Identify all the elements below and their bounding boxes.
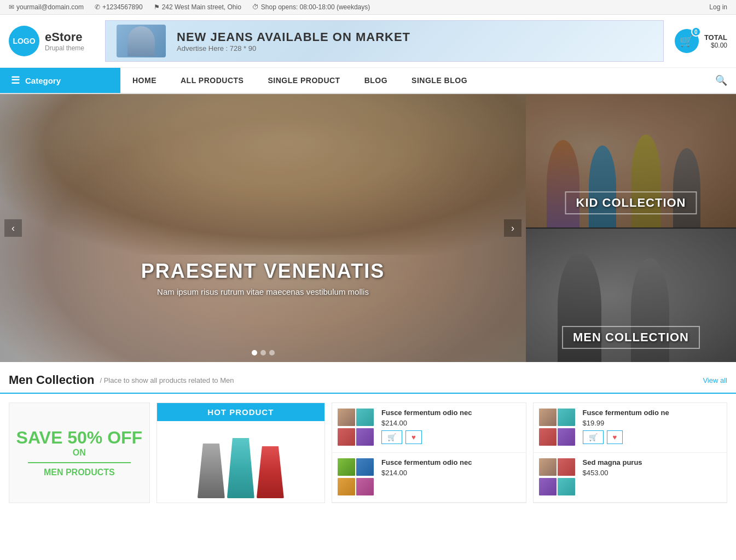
nav-category[interactable]: ☰ Category [0,68,120,93]
save-products-text: MEN PRODUCTS [44,468,115,477]
product-actions-3: 🛒 ♥ [583,430,721,444]
hero-text: PRAESENT VENENATIS Nam ipsum risus rutru… [141,260,385,296]
hero-title: PRAESENT VENENATIS [141,260,385,283]
product-name-4: Sed magna purus [583,458,721,466]
nav-single-product[interactable]: SINGLE PRODUCT [256,68,352,92]
cart-total-label: TOTAL [704,33,727,42]
product-thumb-2 [338,458,376,497]
phone-icon: ✆ [95,3,100,11]
cart-total-amount: $0.00 [704,42,727,49]
product-name-1: Fusce fermentum odio nec [381,409,520,417]
hero-dot-1[interactable] [252,350,257,355]
thumb-mini-1b [356,409,374,426]
logo-text: LOGO [13,37,35,45]
hero-next-button[interactable]: › [504,219,521,237]
thumb-mini-2d [356,478,374,495]
hero-dots [252,350,275,355]
thumb-mini-2a [338,458,355,476]
banner-sub-text: Advertise Here : 728 * 90 [177,44,410,52]
add-to-wish-3[interactable]: ♥ [607,430,623,444]
thumb-mini-2b [356,458,374,476]
hero-kid-collection[interactable]: KID COLLECTION [526,94,736,228]
section-header: Men Collection / Place to show all produ… [0,362,736,394]
hero-subtitle: Nam ipsum risus rutrum vitae maecenas ve… [141,287,385,296]
add-to-cart-1[interactable]: 🛒 [381,430,402,444]
hero-men-collection[interactable]: MEN COLLECTION [526,229,736,362]
dress-red [257,446,284,498]
add-to-wish-1[interactable]: ♥ [405,430,422,444]
hot-product-header: HOT PRODUCT [157,403,324,421]
hours-text: Shop opens: 08:00-18:00 (weekdays) [261,3,370,11]
logo[interactable]: LOGO [9,26,39,56]
nav-search[interactable]: 🔍 [706,69,736,92]
product-name-2: Fusce fermentum odio nec [381,458,520,466]
login-link[interactable]: Log in [709,3,727,11]
email-icon: ✉ [9,3,14,11]
hero-prev-button[interactable]: ‹ [4,219,22,237]
section-title-area: Men Collection / Place to show all produ… [9,373,234,387]
product-item-4: Sed magna purus $453.00 [534,453,727,503]
thumb-mini-4a [539,458,557,476]
product-info-4: Sed magna purus $453.00 [583,458,721,480]
products-row: SAVE 50% OFF ON MEN PRODUCTS HOT PRODUCT [0,402,736,512]
cart-icon-wrap[interactable]: 🛒 0 [675,29,699,53]
hero-dot-2[interactable] [260,350,266,355]
hot-product-card: HOT PRODUCT [157,402,325,503]
thumb-mini-3b [558,409,575,426]
product-name-3: Fusce fermentum odio ne [583,409,721,417]
nav-all-products[interactable]: ALL PRODUCTS [169,68,256,92]
save-on-text: ON [73,448,86,458]
menu-icon: ☰ [11,74,20,86]
phone-text: +1234567890 [102,3,143,11]
save-divider [28,462,131,463]
men-collection-section: Men Collection / Place to show all produ… [0,362,736,512]
nav-links: HOME ALL PRODUCTS SINGLE PRODUCT BLOG SI… [120,68,706,92]
category-label: Category [25,76,61,85]
thumb-mini-4c [539,478,557,495]
hero-dot-3[interactable] [269,350,275,355]
product-info-3: Fusce fermentum odio ne $19.99 🛒 ♥ [583,409,721,444]
cart-icon: 🛒 [680,34,693,48]
product-price-4: $453.00 [583,469,721,477]
nav: ☰ Category HOME ALL PRODUCTS SINGLE PROD… [0,68,736,94]
top-bar-right[interactable]: Log in [709,3,727,11]
thumb-mini-2c [338,478,355,495]
thumb-mini-3a [539,409,557,426]
product-item-2: Fusce fermentum odio nec $214.00 [332,453,525,503]
top-bar-address: ⚑ 242 West Main street, Ohio [154,3,241,11]
product-list-1: Fusce fermentum odio nec $214.00 🛒 ♥ Fu [332,402,526,503]
thumb-mini-3c [539,428,557,446]
search-button[interactable]: 🔍 [715,74,727,86]
location-icon: ⚑ [154,3,160,11]
add-to-cart-3[interactable]: 🛒 [583,430,604,444]
product-price-2: $214.00 [381,469,520,477]
cart-area[interactable]: 🛒 0 TOTAL $0.00 [673,29,727,53]
top-bar-email: ✉ yourmail@domain.com [9,3,84,11]
product-item-3: Fusce fermentum odio ne $19.99 🛒 ♥ [534,403,727,453]
banner[interactable]: NEW JEANS AVAILABLE ON MARKET Advertise … [105,20,664,62]
cart-total-area: TOTAL $0.00 [704,33,727,49]
section-title: Men Collection [9,373,94,387]
store-info: eStore Drupal theme [45,30,84,52]
hero-section: PRAESENT VENENATIS Nam ipsum risus rutru… [0,94,736,362]
search-icon: 🔍 [715,75,727,86]
thumb-mini-1a [338,409,355,426]
product-info-1: Fusce fermentum odio nec $214.00 🛒 ♥ [381,409,520,444]
nav-single-blog[interactable]: SINGLE BLOG [399,68,479,92]
save-text: SAVE 50% OFF [16,428,143,447]
logo-area: LOGO eStore Drupal theme [9,26,96,56]
nav-blog[interactable]: BLOG [352,68,399,92]
dress-gray [198,444,225,498]
product-thumb-1 [338,409,376,447]
hero-main: PRAESENT VENENATIS Nam ipsum risus rutru… [0,94,526,362]
dress-teal [227,438,254,498]
nav-home[interactable]: HOME [120,68,169,92]
store-sub: Drupal theme [45,44,84,52]
view-all-link[interactable]: View all [703,376,727,384]
address-text: 242 West Main street, Ohio [162,3,241,11]
section-subtitle: / Place to show all products related to … [100,376,234,384]
product-info-2: Fusce fermentum odio nec $214.00 [381,458,520,480]
product-item-1: Fusce fermentum odio nec $214.00 🛒 ♥ [332,403,525,453]
save-card: SAVE 50% OFF ON MEN PRODUCTS [9,402,150,503]
banner-main-text: NEW JEANS AVAILABLE ON MARKET [177,30,410,44]
